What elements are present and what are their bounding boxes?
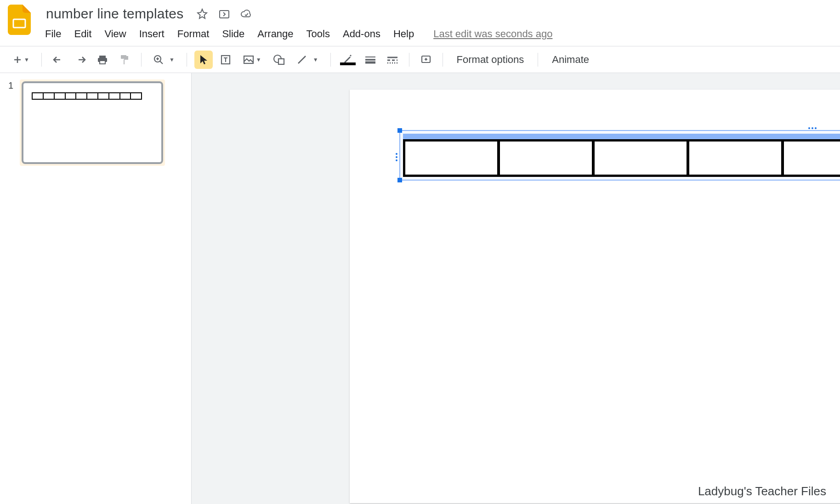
resize-handle-icon[interactable] — [397, 128, 402, 133]
print-button[interactable] — [93, 51, 112, 69]
canvas-area[interactable]: Ladybug's Teacher Files — [191, 73, 840, 504]
select-tool-button[interactable] — [194, 51, 213, 69]
slide-canvas[interactable] — [350, 90, 840, 503]
redo-button[interactable] — [71, 51, 90, 69]
svg-rect-10 — [278, 59, 284, 64]
textbox-tool-button[interactable] — [216, 51, 235, 69]
format-options-button[interactable]: Format options — [450, 54, 531, 66]
comment-button[interactable] — [417, 51, 435, 69]
border-weight-button[interactable] — [361, 51, 380, 69]
image-tool-button[interactable]: ▼ — [238, 51, 266, 69]
zoom-button[interactable]: ▼ — [149, 51, 179, 69]
table-header-strip — [403, 134, 840, 139]
menu-insert[interactable]: Insert — [133, 26, 171, 42]
new-slide-button[interactable]: ▼ — [8, 51, 34, 69]
border-color-swatch — [340, 62, 356, 65]
filmstrip: 1 — [0, 73, 191, 504]
svg-rect-2 — [99, 56, 106, 58]
border-dash-button[interactable] — [383, 51, 402, 69]
menu-help[interactable]: Help — [387, 26, 420, 42]
number-line-table[interactable] — [403, 139, 840, 177]
slide-thumbnail-selected[interactable] — [20, 79, 165, 166]
menu-edit[interactable]: Edit — [68, 26, 98, 42]
border-color-button[interactable] — [338, 51, 358, 69]
menu-format[interactable]: Format — [171, 26, 216, 42]
svg-rect-4 — [100, 61, 105, 64]
document-title[interactable]: number line templates — [43, 5, 186, 23]
animate-button[interactable]: Animate — [545, 54, 596, 66]
last-edit-link[interactable]: Last edit was seconds ago — [433, 28, 552, 40]
shape-tool-button[interactable] — [270, 51, 288, 69]
menu-tools[interactable]: Tools — [300, 26, 336, 42]
column-handle-icon[interactable] — [808, 127, 817, 130]
doc-title-row: number line templates — [43, 4, 552, 24]
workspace: 1 — [0, 73, 840, 504]
slide-number: 1 — [8, 80, 13, 91]
undo-button[interactable] — [49, 51, 68, 69]
toolbar: ▼ ▼ ▼ ▼ — [0, 46, 840, 73]
svg-rect-1 — [220, 11, 229, 18]
menu-addons[interactable]: Add-ons — [336, 26, 387, 42]
line-tool-button[interactable]: ▼ — [292, 51, 323, 69]
slide-thumbnail-row: 1 — [8, 79, 183, 166]
paint-format-button — [115, 51, 134, 69]
row-handle-icon[interactable] — [396, 153, 397, 161]
watermark-text: Ladybug's Teacher Files — [698, 484, 826, 498]
title-bar: number line templates Fi — [0, 0, 840, 43]
menu-file[interactable]: File — [43, 26, 68, 42]
thumbnail-content-icon — [32, 92, 142, 100]
selected-table[interactable] — [399, 130, 840, 181]
menu-slide[interactable]: Slide — [216, 26, 251, 42]
menu-bar: File Edit View Insert Format Slide Arran… — [43, 25, 552, 43]
star-icon[interactable] — [196, 8, 208, 20]
cloud-saved-icon[interactable] — [240, 8, 252, 20]
move-icon[interactable] — [218, 8, 230, 20]
menu-arrange[interactable]: Arrange — [251, 26, 300, 42]
resize-handle-icon[interactable] — [397, 178, 402, 182]
slides-logo[interactable] — [7, 4, 31, 36]
menu-view[interactable]: View — [98, 26, 132, 42]
